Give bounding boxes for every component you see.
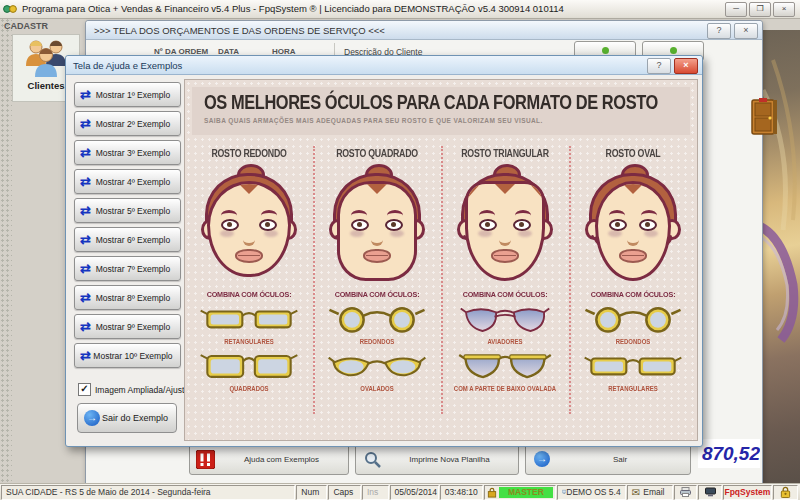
imagem-ampliada-checkbox-row[interactable]: ✓ Imagem Ampliada/Ajustada [78,383,198,396]
status-user-value: MASTER [499,487,553,498]
example-4-label: Mostrar 4º Exemplo [91,177,175,187]
menu-cadastros-label[interactable]: CADASTR [4,21,84,32]
screen: Programa para Otica + Vendas & Financeir… [0,0,800,500]
magnifier-icon [364,451,381,468]
status-email[interactable]: ✉ Email [627,485,673,500]
status-lock[interactable] [773,485,798,500]
glasses-bottom-oval-icon [455,351,555,381]
example-10-label: Mostrar 10º Exemplo [91,351,175,361]
imprime-label: Imprime Nova Planilha [381,455,518,464]
status-printer[interactable] [674,485,698,500]
status-num: Num [296,485,327,500]
column-header-redondo: ROSTO REDONDO [194,148,303,159]
clientes-people-icon [23,38,69,78]
imprime-button[interactable]: Imprime Nova Planilha [355,443,519,475]
example-6-label: Mostrar 6º Exemplo [91,235,175,245]
combina-label: COMBINA COM ÓCULOS: [577,290,689,299]
swap-arrows-icon: ⇄ [80,351,91,361]
checkbox-label: Imagem Ampliada/Ajustada [95,385,198,395]
printer-icon [680,487,691,497]
exit-door-icon[interactable] [751,98,778,136]
status-email-label: Email [640,487,668,497]
example-5-label: Mostrar 5º Exemplo [91,206,175,216]
example-9-label: Mostrar 9º Exemplo [91,322,175,332]
show-example-5-button[interactable]: ⇄Mostrar 5º Exemplo [74,198,181,223]
exit-example-button[interactable]: → Sair do Exemplo [77,403,177,433]
swap-arrows-icon: ⇄ [80,293,91,303]
help-icon: ? [656,60,661,70]
restore-button[interactable]: ❒ [749,2,771,17]
glasses-label: COM A PARTE DE BAIXO OVALADA [448,385,562,392]
infographic-header: OS MELHORES ÓCULOS PARA CADA FORMATO DE … [192,87,690,135]
total-value-box: 870,52 [698,439,760,468]
orcamentos-close-button[interactable]: × [734,23,758,39]
total-value: 870,52 [702,443,760,464]
show-example-6-button[interactable]: ⇄Mostrar 6º Exemplo [74,227,181,252]
swap-arrows-icon: ⇄ [80,148,91,158]
glasses-label: RETANGULARES [192,338,306,345]
dialog-close-button[interactable]: × [674,58,698,74]
checkbox-checked-icon[interactable]: ✓ [78,383,91,396]
show-example-9-button[interactable]: ⇄Mostrar 9º Exemplo [74,314,181,339]
close-icon: × [683,60,688,70]
sair-label: Sair [550,455,690,464]
left-texture-strip [0,18,12,483]
dialog-titlebar[interactable]: Tela de Ajuda e Exemplos ? × [66,56,702,75]
status-caps: Caps [328,485,361,500]
status-time: 03:48:10 [440,485,483,500]
monitor-icon [705,487,716,497]
status-brand[interactable]: FpqSystem [723,485,772,500]
show-example-1-button[interactable]: ⇄Mostrar 1º Exemplo [74,82,181,107]
swap-arrows-icon: ⇄ [80,322,91,332]
example-8-label: Mostrar 8º Exemplo [91,293,175,303]
orcamentos-title: >>> TELA DOS ORÇAMENTOS E DAS ORDENS DE … [94,25,385,36]
swap-arrows-icon: ⇄ [80,235,91,245]
face-illustration-triangular [457,164,553,282]
example-3-label: Mostrar 3º Exemplo [91,148,175,158]
help-examples-dialog: Tela de Ajuda e Exemplos ? × ⇄Mostrar 1º… [65,55,703,447]
exit-example-label: Sair do Exemplo [100,413,170,423]
app-logo-icon [3,3,17,15]
glasses-square-icon [199,351,299,381]
show-example-8-button[interactable]: ⇄Mostrar 8º Exemplo [74,285,181,310]
status-monitor[interactable] [698,485,722,500]
show-example-4-button[interactable]: ⇄Mostrar 4º Exemplo [74,169,181,194]
lock-icon [487,487,497,498]
padlock-key-icon [780,486,791,498]
glasses-oval-icon [327,351,427,381]
exit-arrow-icon: → [84,410,100,426]
help-alert-icon [196,450,215,469]
glasses-rectangular-icon [199,304,299,334]
orcamentos-help-button[interactable]: ? [707,23,731,39]
show-example-2-button[interactable]: ⇄Mostrar 2º Exemplo [74,111,181,136]
minimize-button[interactable]: ─ [725,2,747,17]
help-icon: ? [716,25,721,35]
main-window-title: Programa para Otica + Vendas & Financeir… [22,3,564,14]
restore-icon: ❒ [756,4,763,13]
infographic-title: OS MELHORES ÓCULOS PARA CADA FORMATO DE … [204,91,603,114]
minimize-icon: ─ [733,4,739,13]
window-controls: ─ ❒ × [725,2,797,17]
combina-label: COMBINA COM ÓCULOS: [193,290,305,299]
dialog-help-button[interactable]: ? [647,58,671,74]
column-header-quadrado: ROSTO QUADRADO [322,148,431,159]
swap-arrows-icon: ⇄ [80,206,91,216]
close-button[interactable]: × [773,2,795,17]
glasses-round-icon [583,304,683,334]
status-location: SUA CIDADE - RS 5 de Maio de 2014 - Segu… [1,485,295,500]
show-example-7-button[interactable]: ⇄Mostrar 7º Exemplo [74,256,181,281]
column-header-triangular: ROSTO TRIANGULAR [450,148,559,159]
face-illustration-oval [585,164,681,282]
plus-icon [602,47,609,54]
glasses-label: REDONDOS [576,338,690,345]
ajuda-exemplos-button[interactable]: Ajuda com Exemplos [189,443,349,475]
show-example-10-button[interactable]: ⇄Mostrar 10º Exemplo [74,343,181,368]
glasses-label: QUADRADOS [192,385,306,392]
dialog-title: Tela de Ajuda e Exemplos [73,60,182,71]
sair-button[interactable]: → Sair [525,443,691,475]
show-example-3-button[interactable]: ⇄Mostrar 3º Exemplo [74,140,181,165]
glasses-round-icon [327,304,427,334]
face-illustration-round [201,164,297,282]
exit-arrow-icon: → [534,451,550,467]
glasses-label: RETANGULARES [576,385,690,392]
